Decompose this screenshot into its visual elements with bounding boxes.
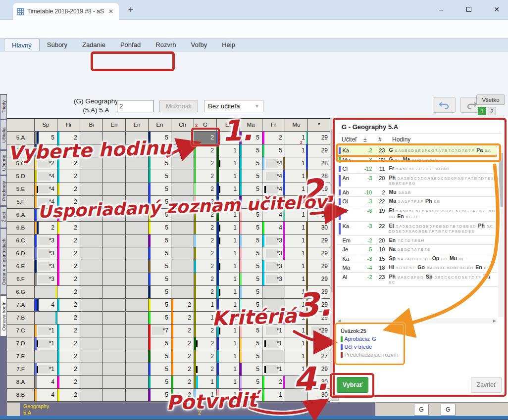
sidebar-tab-osnova-hodín[interactable]: Osnova hodín xyxy=(0,295,7,336)
grid-cell[interactable]: 5 xyxy=(149,376,171,389)
menu-item-voľby[interactable]: Voľby xyxy=(184,39,215,51)
grid-cell[interactable]: 5 xyxy=(149,247,171,260)
grid-cell[interactable] xyxy=(171,273,194,286)
teacher-row[interactable]: Kl-619Et 5.A 5.B 5.E 5.F 6.A 6.B 6.C 6.D… xyxy=(337,206,497,222)
grid-cell[interactable]: 1 xyxy=(217,209,240,222)
grid-cell[interactable]: 2 xyxy=(57,389,80,402)
grid-cell[interactable]: 1 xyxy=(217,312,240,325)
grid-cell[interactable] xyxy=(171,144,194,157)
new-tab-button[interactable]: + xyxy=(125,5,137,15)
grid-cell[interactable]: 5 xyxy=(240,234,262,247)
grid-cell[interactable]: 5 xyxy=(240,183,262,196)
grid-cell[interactable]: *4 xyxy=(262,157,285,170)
grid-cell[interactable] xyxy=(80,325,103,337)
grid-cell[interactable] xyxy=(80,247,103,260)
grid-cell[interactable] xyxy=(126,286,149,299)
grid-cell[interactable]: 5 xyxy=(240,286,262,299)
grid-cell[interactable]: *1 xyxy=(262,363,285,376)
grid-cell[interactable]: *4 xyxy=(262,196,285,209)
grid-cell[interactable] xyxy=(103,157,126,170)
grid-cell[interactable]: *3 xyxy=(262,234,285,247)
grid-cell[interactable]: *4 xyxy=(262,170,285,183)
grid-cell[interactable]: 5 xyxy=(149,260,171,273)
grid-cell[interactable]: 2 xyxy=(57,363,80,376)
grid-cell[interactable]: 1 xyxy=(217,363,240,376)
grid-cell[interactable] xyxy=(80,157,103,170)
grid-cell[interactable]: 5 xyxy=(240,363,262,376)
lesson-tile-g1[interactable]: G xyxy=(414,404,429,416)
grid-cell[interactable] xyxy=(103,376,126,389)
grid-cell[interactable]: 4 xyxy=(35,299,57,312)
grid-cell[interactable] xyxy=(126,183,149,196)
grid-cell[interactable] xyxy=(80,273,103,286)
grid-cell[interactable] xyxy=(80,196,103,209)
grid-cell[interactable]: 2 xyxy=(57,350,80,363)
grid-cell[interactable] xyxy=(171,132,194,144)
grid-cell[interactable] xyxy=(80,376,103,389)
grid-cell[interactable]: 2 xyxy=(194,196,217,209)
grid-cell[interactable]: 2 xyxy=(57,144,80,157)
grid-cell[interactable]: 5 xyxy=(149,273,171,286)
grid-cell[interactable] xyxy=(103,389,126,402)
all-button[interactable]: Všetko xyxy=(476,94,505,105)
grid-cell[interactable]: 2 xyxy=(194,222,217,234)
grid-cell[interactable]: 30 xyxy=(308,209,330,222)
grid-cell[interactable]: 2 xyxy=(171,312,194,325)
grid-cell[interactable]: 2 xyxy=(194,247,217,260)
grid-cell[interactable]: 29 xyxy=(308,144,330,157)
grid-cell[interactable]: 2 xyxy=(57,312,80,325)
grid-cell[interactable]: *3 xyxy=(262,273,285,286)
grid-cell[interactable] xyxy=(80,350,103,363)
grid-cell[interactable]: 5 xyxy=(240,337,262,350)
grid-cell[interactable] xyxy=(126,363,149,376)
grid-cell[interactable]: 5 xyxy=(240,273,262,286)
grid-cell[interactable]: 2 xyxy=(194,157,217,170)
menu-item-pohľad[interactable]: Pohľad xyxy=(113,39,148,51)
grid-cell[interactable] xyxy=(171,247,194,260)
grid-cell[interactable]: 2 xyxy=(171,363,194,376)
sidebar-tab-žiaci[interactable]: Žiaci xyxy=(0,206,7,228)
grid-cell[interactable]: 2 xyxy=(57,376,80,389)
window-maximize-button[interactable] xyxy=(459,2,478,17)
grid-cell[interactable]: *4 xyxy=(35,183,57,196)
grid-cell[interactable]: *4 xyxy=(35,196,57,209)
grid-cell[interactable] xyxy=(80,234,103,247)
grid-cell[interactable] xyxy=(80,260,103,273)
grid-cell[interactable]: 28 xyxy=(308,157,330,170)
grid-cell[interactable]: 1 xyxy=(217,157,240,170)
grid-cell[interactable] xyxy=(126,234,149,247)
grid-cell[interactable]: 2 xyxy=(57,157,80,170)
grid-cell[interactable] xyxy=(126,376,149,389)
teacher-row[interactable]: Ma-322G 5.FMa 6.B 6.E 7.B 7.C xyxy=(337,155,497,165)
grid-cell[interactable]: 5 xyxy=(149,234,171,247)
grid-cell[interactable]: 5 xyxy=(149,209,171,222)
grid-cell[interactable]: 29 xyxy=(308,183,330,196)
grid-cell[interactable]: 5 xyxy=(240,389,262,402)
grid-cell[interactable] xyxy=(80,363,103,376)
grid-cell[interactable]: 5 xyxy=(149,157,171,170)
teacher-row[interactable]: An-320Ph 5.A 5.B 5.C 5.D 6.A 6.B 6.C 6.D… xyxy=(337,174,497,188)
grid-cell[interactable] xyxy=(35,286,57,299)
grid-cell[interactable] xyxy=(103,350,126,363)
grid-cell[interactable]: 5 xyxy=(240,376,262,389)
grid-cell[interactable]: 5 xyxy=(149,350,171,363)
grid-cell[interactable]: 1 xyxy=(194,312,217,325)
grid-cell[interactable]: 1 xyxy=(285,209,308,222)
grid-cell[interactable] xyxy=(126,312,149,325)
grid-cell[interactable] xyxy=(126,170,149,183)
teacher-row[interactable]: Ol-322Ma 5.A 5.F 7.F 8.FPh 6.E xyxy=(337,197,497,206)
grid-cell[interactable] xyxy=(126,299,149,312)
grid-cell[interactable]: 5 xyxy=(240,144,262,157)
grid-cell[interactable] xyxy=(35,312,57,325)
grid-cell[interactable]: 1 xyxy=(285,273,308,286)
grid-cell[interactable]: 4 xyxy=(262,222,285,234)
grid-cell[interactable] xyxy=(80,222,103,234)
grid-cell[interactable]: 29 xyxy=(308,299,330,312)
grid-cell[interactable]: 29 xyxy=(308,337,330,350)
grid-cell[interactable] xyxy=(126,247,149,260)
grid-cell[interactable]: 1 xyxy=(285,222,308,234)
grid-cell[interactable]: 28 xyxy=(308,170,330,183)
grid-cell[interactable] xyxy=(103,260,126,273)
grid-cell[interactable]: 2 xyxy=(194,132,217,144)
teacher-row[interactable]: Ab-102Mu 5.A 5.B xyxy=(337,188,497,197)
